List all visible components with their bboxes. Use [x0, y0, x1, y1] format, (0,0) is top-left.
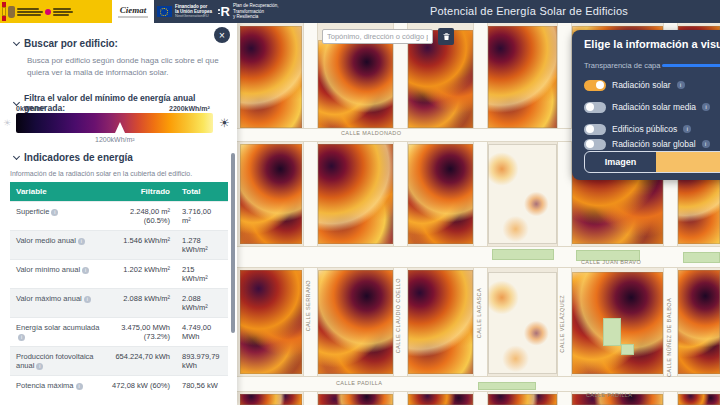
info-icon[interactable]: i: [18, 334, 25, 341]
toggle-radiacion-solar-media[interactable]: [584, 102, 606, 113]
close-icon: ×: [219, 30, 225, 41]
basemap-switcher: Imagen: [584, 151, 720, 173]
transparency-slider[interactable]: [662, 64, 720, 67]
info-icon[interactable]: i: [76, 383, 83, 390]
park-courtyard: [621, 344, 634, 355]
street-label: CALLE CLAUDIO COELLO: [395, 278, 401, 353]
map-building-block[interactable]: [318, 40, 393, 128]
map-search-input[interactable]: [322, 29, 433, 44]
map-building-block[interactable]: [240, 394, 302, 405]
park-median: [683, 252, 720, 263]
map-building-block[interactable]: [488, 26, 557, 128]
street-lagasca: [473, 23, 488, 405]
app-header: Ciemat Financiado por la Unión Europea N…: [0, 0, 720, 23]
scale-min-label: 0kWh/m²: [16, 105, 45, 112]
toggle-row-radiacion-solar: Radiación solar i: [584, 78, 685, 92]
toggle-row-edificios-publicos: Edificios públicos i: [584, 122, 691, 136]
clear-search-button[interactable]: [438, 28, 454, 45]
basemap-imagen-button[interactable]: Imagen: [585, 152, 656, 172]
eu-flag-icon: [157, 6, 172, 17]
transparency-label: Transparencia de capa: [584, 61, 660, 70]
map-building-block[interactable]: [318, 144, 393, 244]
map-building-block[interactable]: [678, 270, 720, 374]
table-row: Producción fotovoltaica anuali 654.224,7…: [10, 347, 228, 376]
park-median: [478, 382, 536, 390]
sidebar-scrollbar[interactable]: [231, 153, 235, 333]
park-courtyard: [603, 318, 621, 346]
chevron-down-icon: [13, 39, 20, 46]
toggle-row-radiacion-solar-global: Radiación solar global i: [584, 137, 710, 151]
ministry-emblem-icon: [45, 9, 51, 15]
table-header-row: Variable Filtrado Total: [10, 182, 228, 202]
search-section-description: Busca por edificio según donde haga clic…: [27, 55, 219, 79]
street-label: CALLE SERRANO: [305, 280, 311, 331]
info-icon[interactable]: i: [78, 238, 85, 245]
energy-indicators-table: Variable Filtrado Total Superficiei 2.24…: [10, 182, 228, 395]
info-icon[interactable]: i: [82, 267, 89, 274]
chevron-down-icon: [13, 153, 20, 160]
slider-marker[interactable]: [115, 122, 125, 133]
eu-funding-logo: Financiado por la Unión Europea NextGene…: [154, 0, 216, 23]
info-icon[interactable]: i: [36, 363, 43, 370]
map-building-block[interactable]: [408, 394, 473, 405]
section-indicadores[interactable]: Indicadores de energía: [14, 152, 133, 163]
prtr-r-icon: R: [218, 5, 230, 18]
trash-icon: [442, 29, 451, 44]
info-icon[interactable]: i: [84, 296, 91, 303]
coat-of-arms-icon: [8, 6, 15, 18]
ministry-text-lines: [53, 8, 73, 16]
street-label: CALLE PADILLA: [586, 392, 632, 398]
map-building-block[interactable]: [488, 394, 557, 405]
street-label: CALLE LAGASCA: [476, 288, 482, 338]
sun-icon-max: ☀: [219, 117, 230, 129]
layers-panel: Elige la información a visualizar Transp…: [572, 30, 720, 180]
slider-value-label: 1200kWh/m²: [95, 135, 135, 146]
basemap-mapa-button[interactable]: [656, 152, 720, 172]
map-building-block[interactable]: [408, 270, 473, 374]
table-row: Energía solar acumuladai 3.475,00 MWh(73…: [10, 318, 228, 347]
info-icon[interactable]: i: [702, 140, 710, 148]
info-icon[interactable]: i: [51, 209, 58, 216]
app-window: CALLE MALDONADO CALLE SERRANO CALLE CLAU…: [0, 0, 720, 405]
section-buscar-por-edificio[interactable]: Buscar por edificio:: [14, 38, 118, 49]
toggle-row-radiacion-solar-media: Radiación solar media i: [584, 100, 710, 114]
spain-flag-icon: [2, 2, 6, 21]
gov-text-lines: [17, 8, 43, 16]
toggle-edificios-publicos[interactable]: [584, 124, 606, 135]
table-row: Valor mínimo anuali 1.202 kWh/m² 215 kWh…: [10, 260, 228, 289]
left-sidebar: × Buscar por edificio: Busca por edifici…: [0, 23, 237, 405]
ciemat-logo: Ciemat: [112, 0, 154, 23]
table-row: Valor medio anuali 1.546 kWh/m² 1.278 kW…: [10, 231, 228, 260]
close-sidebar-button[interactable]: ×: [214, 27, 230, 43]
toggle-radiacion-solar[interactable]: [584, 80, 606, 91]
table-row: Valor máximo anuali 2.088 kWh/m² 2.088 k…: [10, 289, 228, 318]
map-building-block[interactable]: [318, 270, 393, 374]
sun-icon-min: ☀: [3, 119, 11, 128]
info-icon[interactable]: i: [683, 125, 691, 133]
map-building-block[interactable]: [488, 144, 557, 244]
park-median: [492, 249, 554, 260]
toggle-radiacion-solar-global[interactable]: [584, 139, 606, 150]
indicators-subtitle: Información de la radiación solar en la …: [10, 169, 232, 180]
energy-gradient-slider[interactable]: [16, 113, 213, 133]
street-label: CALLE JUAN BRAVO: [581, 259, 641, 265]
page-title: Potencial de Energía Solar de Edificios: [430, 5, 628, 17]
info-icon[interactable]: i: [702, 103, 710, 111]
scale-max-label: 2200kWh/m²: [169, 105, 210, 112]
street-label: CALLE PADILLA: [336, 380, 382, 386]
spain-gov-logo: [0, 0, 112, 23]
street-label: CALLE MALDONADO: [341, 130, 401, 136]
table-row: Superficiei 2.248,00 m²(60.5%) 3.716,00 …: [10, 202, 228, 231]
street-label: CALLE VELÁZQUEZ: [559, 295, 565, 353]
street-serrano: [303, 23, 318, 405]
street-label: CALLE NÚÑEZ DE BALBOA: [666, 298, 672, 377]
table-row: Potencia máximai 472,08 kW (60%) 780,56 …: [10, 376, 228, 396]
info-icon[interactable]: i: [677, 81, 685, 89]
map-building-block[interactable]: [488, 272, 557, 374]
map-building-block[interactable]: [408, 144, 473, 244]
map-building-block[interactable]: [678, 394, 720, 405]
map-building-block[interactable]: [318, 394, 393, 405]
map-building-block[interactable]: [240, 270, 302, 374]
map-building-block[interactable]: [240, 144, 302, 244]
map-building-block[interactable]: [240, 26, 302, 128]
